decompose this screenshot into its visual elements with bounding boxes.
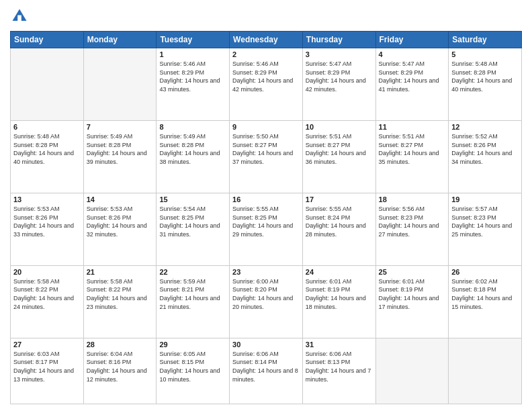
calendar-day-cell: 11Sunrise: 5:51 AM Sunset: 8:27 PM Dayli… bbox=[375, 120, 449, 193]
day-number: 15 bbox=[159, 195, 226, 203]
day-number: 4 bbox=[379, 50, 446, 58]
day-number: 9 bbox=[232, 123, 300, 131]
calendar-day-cell: 24Sunrise: 6:01 AM Sunset: 8:19 PM Dayli… bbox=[302, 265, 375, 338]
weekday-header-row: SundayMondayTuesdayWednesdayThursdayFrid… bbox=[11, 32, 522, 48]
day-number: 6 bbox=[13, 123, 81, 131]
calendar-day-cell bbox=[375, 338, 449, 404]
day-number: 11 bbox=[379, 123, 446, 131]
calendar-week-row-3: 20Sunrise: 5:58 AM Sunset: 8:22 PM Dayli… bbox=[11, 265, 522, 338]
day-number: 27 bbox=[13, 340, 81, 349]
day-info: Sunrise: 6:00 AM Sunset: 8:20 PM Dayligh… bbox=[232, 277, 300, 311]
calendar-day-cell: 4Sunrise: 5:47 AM Sunset: 8:29 PM Daylig… bbox=[375, 48, 449, 121]
calendar-day-cell: 26Sunrise: 6:02 AM Sunset: 8:18 PM Dayli… bbox=[449, 265, 522, 338]
day-info: Sunrise: 6:03 AM Sunset: 8:17 PM Dayligh… bbox=[13, 350, 81, 383]
day-info: Sunrise: 6:05 AM Sunset: 8:15 PM Dayligh… bbox=[159, 350, 226, 383]
calendar-day-cell: 9Sunrise: 5:50 AM Sunset: 8:27 PM Daylig… bbox=[230, 120, 303, 193]
day-number: 22 bbox=[159, 268, 226, 276]
day-info: Sunrise: 6:06 AM Sunset: 8:13 PM Dayligh… bbox=[306, 350, 373, 383]
calendar-day-cell: 28Sunrise: 6:04 AM Sunset: 8:16 PM Dayli… bbox=[83, 338, 157, 404]
calendar-day-cell: 8Sunrise: 5:49 AM Sunset: 8:28 PM Daylig… bbox=[157, 120, 230, 193]
day-number: 2 bbox=[232, 50, 300, 58]
day-info: Sunrise: 6:01 AM Sunset: 8:19 PM Dayligh… bbox=[306, 277, 373, 311]
weekday-header-saturday: Saturday bbox=[449, 32, 522, 48]
calendar-day-cell: 20Sunrise: 5:58 AM Sunset: 8:22 PM Dayli… bbox=[11, 265, 84, 338]
day-info: Sunrise: 5:50 AM Sunset: 8:27 PM Dayligh… bbox=[232, 132, 300, 166]
generalblue-logo-icon bbox=[10, 7, 29, 26]
weekday-header-sunday: Sunday bbox=[11, 32, 84, 48]
day-number: 19 bbox=[451, 195, 519, 203]
calendar-week-row-1: 6Sunrise: 5:48 AM Sunset: 8:28 PM Daylig… bbox=[11, 120, 522, 193]
calendar-day-cell: 7Sunrise: 5:49 AM Sunset: 8:28 PM Daylig… bbox=[83, 120, 157, 193]
calendar-day-cell: 21Sunrise: 5:58 AM Sunset: 8:22 PM Dayli… bbox=[83, 265, 157, 338]
day-info: Sunrise: 5:49 AM Sunset: 8:28 PM Dayligh… bbox=[159, 132, 226, 166]
day-info: Sunrise: 5:55 AM Sunset: 8:25 PM Dayligh… bbox=[232, 205, 300, 238]
calendar-day-cell bbox=[11, 48, 84, 121]
weekday-header-friday: Friday bbox=[375, 32, 449, 48]
header bbox=[10, 7, 522, 26]
calendar-table: SundayMondayTuesdayWednesdayThursdayFrid… bbox=[10, 31, 522, 404]
logo bbox=[10, 7, 32, 26]
day-number: 8 bbox=[159, 123, 226, 131]
day-number: 14 bbox=[87, 195, 154, 203]
calendar-day-cell: 3Sunrise: 5:47 AM Sunset: 8:29 PM Daylig… bbox=[302, 48, 375, 121]
day-info: Sunrise: 5:53 AM Sunset: 8:26 PM Dayligh… bbox=[87, 205, 154, 238]
calendar-day-cell bbox=[83, 48, 157, 121]
calendar-day-cell: 15Sunrise: 5:54 AM Sunset: 8:25 PM Dayli… bbox=[157, 193, 230, 265]
calendar-day-cell: 17Sunrise: 5:55 AM Sunset: 8:24 PM Dayli… bbox=[302, 193, 375, 265]
calendar-day-cell: 10Sunrise: 5:51 AM Sunset: 8:27 PM Dayli… bbox=[302, 120, 375, 193]
calendar-week-row-0: 1Sunrise: 5:46 AM Sunset: 8:29 PM Daylig… bbox=[11, 48, 522, 121]
calendar-day-cell: 2Sunrise: 5:46 AM Sunset: 8:29 PM Daylig… bbox=[230, 48, 303, 121]
day-number: 25 bbox=[379, 268, 446, 276]
day-info: Sunrise: 5:58 AM Sunset: 8:22 PM Dayligh… bbox=[87, 277, 154, 311]
calendar-day-cell: 27Sunrise: 6:03 AM Sunset: 8:17 PM Dayli… bbox=[11, 338, 84, 404]
day-info: Sunrise: 6:06 AM Sunset: 8:14 PM Dayligh… bbox=[232, 350, 300, 383]
day-info: Sunrise: 5:56 AM Sunset: 8:23 PM Dayligh… bbox=[379, 205, 446, 238]
calendar-day-cell: 1Sunrise: 5:46 AM Sunset: 8:29 PM Daylig… bbox=[157, 48, 230, 121]
day-info: Sunrise: 5:46 AM Sunset: 8:29 PM Dayligh… bbox=[159, 60, 226, 93]
day-number: 17 bbox=[306, 195, 373, 203]
calendar-day-cell: 22Sunrise: 5:59 AM Sunset: 8:21 PM Dayli… bbox=[157, 265, 230, 338]
calendar-day-cell: 18Sunrise: 5:56 AM Sunset: 8:23 PM Dayli… bbox=[375, 193, 449, 265]
calendar-day-cell: 23Sunrise: 6:00 AM Sunset: 8:20 PM Dayli… bbox=[230, 265, 303, 338]
calendar-day-cell: 12Sunrise: 5:52 AM Sunset: 8:26 PM Dayli… bbox=[449, 120, 522, 193]
day-number: 23 bbox=[232, 268, 300, 276]
day-info: Sunrise: 5:53 AM Sunset: 8:26 PM Dayligh… bbox=[13, 205, 81, 238]
page: SundayMondayTuesdayWednesdayThursdayFrid… bbox=[0, 0, 532, 411]
calendar-day-cell bbox=[449, 338, 522, 404]
day-number: 3 bbox=[306, 50, 373, 58]
calendar-day-cell: 14Sunrise: 5:53 AM Sunset: 8:26 PM Dayli… bbox=[83, 193, 157, 265]
day-info: Sunrise: 5:51 AM Sunset: 8:27 PM Dayligh… bbox=[379, 132, 446, 166]
day-info: Sunrise: 5:52 AM Sunset: 8:26 PM Dayligh… bbox=[451, 132, 519, 166]
day-info: Sunrise: 5:51 AM Sunset: 8:27 PM Dayligh… bbox=[306, 132, 373, 166]
day-number: 18 bbox=[379, 195, 446, 203]
day-info: Sunrise: 6:02 AM Sunset: 8:18 PM Dayligh… bbox=[451, 277, 519, 311]
day-info: Sunrise: 5:55 AM Sunset: 8:24 PM Dayligh… bbox=[306, 205, 373, 238]
weekday-header-thursday: Thursday bbox=[302, 32, 375, 48]
day-info: Sunrise: 5:57 AM Sunset: 8:23 PM Dayligh… bbox=[451, 205, 519, 238]
day-number: 13 bbox=[13, 195, 81, 203]
day-number: 12 bbox=[451, 123, 519, 131]
calendar-week-row-2: 13Sunrise: 5:53 AM Sunset: 8:26 PM Dayli… bbox=[11, 193, 522, 265]
day-info: Sunrise: 5:54 AM Sunset: 8:25 PM Dayligh… bbox=[159, 205, 226, 238]
day-number: 28 bbox=[87, 340, 154, 349]
calendar-day-cell: 25Sunrise: 6:01 AM Sunset: 8:19 PM Dayli… bbox=[375, 265, 449, 338]
calendar-day-cell: 13Sunrise: 5:53 AM Sunset: 8:26 PM Dayli… bbox=[11, 193, 84, 265]
day-info: Sunrise: 5:48 AM Sunset: 8:28 PM Dayligh… bbox=[451, 60, 519, 93]
weekday-header-wednesday: Wednesday bbox=[230, 32, 303, 48]
day-number: 24 bbox=[306, 268, 373, 276]
day-number: 31 bbox=[306, 340, 373, 349]
calendar-week-row-4: 27Sunrise: 6:03 AM Sunset: 8:17 PM Dayli… bbox=[11, 338, 522, 404]
day-number: 7 bbox=[87, 123, 154, 131]
day-info: Sunrise: 6:04 AM Sunset: 8:16 PM Dayligh… bbox=[87, 350, 154, 383]
day-info: Sunrise: 5:47 AM Sunset: 8:29 PM Dayligh… bbox=[306, 60, 373, 93]
day-info: Sunrise: 5:46 AM Sunset: 8:29 PM Dayligh… bbox=[232, 60, 300, 93]
svg-rect-1 bbox=[17, 15, 21, 21]
calendar-day-cell: 29Sunrise: 6:05 AM Sunset: 8:15 PM Dayli… bbox=[157, 338, 230, 404]
day-number: 21 bbox=[87, 268, 154, 276]
calendar-day-cell: 31Sunrise: 6:06 AM Sunset: 8:13 PM Dayli… bbox=[302, 338, 375, 404]
day-number: 29 bbox=[159, 340, 226, 349]
calendar-day-cell: 5Sunrise: 5:48 AM Sunset: 8:28 PM Daylig… bbox=[449, 48, 522, 121]
day-number: 16 bbox=[232, 195, 300, 203]
day-number: 20 bbox=[13, 268, 81, 276]
day-info: Sunrise: 5:59 AM Sunset: 8:21 PM Dayligh… bbox=[159, 277, 226, 311]
